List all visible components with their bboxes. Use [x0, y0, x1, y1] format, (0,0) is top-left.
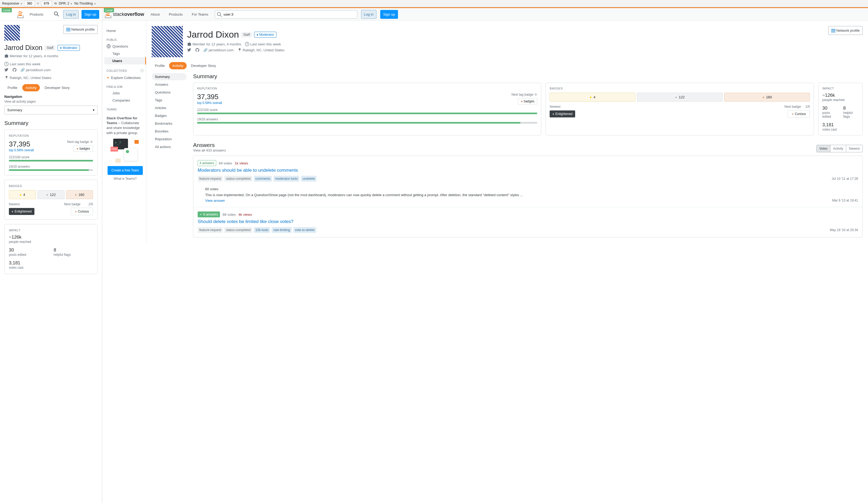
- answer-views: 1k views: [235, 161, 248, 165]
- badges-card: BADGES 4 122 160 Newest Next badge 2/5: [546, 83, 814, 135]
- answer-title-link[interactable]: Moderators should be able to undelete co…: [198, 168, 858, 173]
- next-tag-badge-label: Next tag badge: [512, 93, 537, 96]
- tag[interactable]: feature-request: [198, 227, 223, 233]
- about-link[interactable]: About: [148, 11, 163, 18]
- user-avatar[interactable]: [4, 25, 20, 41]
- network-profile-button[interactable]: Network profile: [63, 25, 97, 34]
- newest-badge[interactable]: Enlightened: [9, 208, 34, 215]
- github-icon: [12, 68, 17, 72]
- next-badge-pill[interactable]: badges: [73, 145, 93, 152]
- mobile-nav-heading: Navigation: [4, 95, 97, 98]
- twitter-link[interactable]: [4, 68, 9, 72]
- filter-votes[interactable]: Votes: [817, 145, 830, 152]
- signup-button[interactable]: Sign up: [82, 10, 99, 19]
- view-answer-link[interactable]: View answer: [205, 199, 225, 202]
- tab-profile[interactable]: Profile: [152, 62, 168, 69]
- subnav-reputation[interactable]: Reputation: [152, 135, 187, 143]
- website-link[interactable]: jarroddixon.com: [20, 68, 51, 72]
- tag[interactable]: status-completed: [224, 227, 252, 233]
- tag[interactable]: feature-request: [198, 176, 223, 182]
- silver-badges[interactable]: 122: [637, 93, 723, 102]
- github-link[interactable]: [12, 68, 17, 72]
- impact-card: IMPACT ~126k people reached 30posts edit…: [818, 83, 862, 135]
- bronze-badges[interactable]: 160: [724, 93, 810, 102]
- sidebar-public-section: PUBLIC: [104, 34, 146, 42]
- subnav-summary[interactable]: Summary: [152, 73, 187, 80]
- stackoverflow-logo-icon[interactable]: [17, 10, 24, 18]
- subnav-bounties[interactable]: Bounties: [152, 128, 187, 135]
- newest-badge[interactable]: Enlightened: [550, 111, 575, 117]
- subnav-answers[interactable]: Answers: [152, 81, 187, 88]
- gear-icon[interactable]: [534, 93, 537, 96]
- tab-activity[interactable]: Activity: [169, 62, 187, 69]
- subnav-badges[interactable]: Badges: [152, 112, 187, 119]
- tag[interactable]: moderator-tools: [273, 176, 299, 182]
- viewport-height-input[interactable]: [41, 1, 52, 6]
- info-icon[interactable]: [141, 68, 144, 73]
- answers-view-all-link[interactable]: View all 433 answers: [193, 148, 226, 153]
- twitter-link[interactable]: [187, 48, 192, 52]
- rotate-icon[interactable]: ⟲: [54, 2, 57, 6]
- answer-date: May 19 '10 at 20:34: [830, 228, 858, 232]
- score-progress: 222/100 score: [9, 155, 93, 161]
- create-team-button[interactable]: Create a free Team: [107, 166, 143, 175]
- viewport-width-input[interactable]: [24, 1, 35, 6]
- sidebar-users[interactable]: Users: [104, 57, 146, 64]
- tab-profile[interactable]: Profile: [4, 84, 21, 91]
- sidebar-companies[interactable]: Companies: [104, 97, 146, 104]
- website-link[interactable]: jarroddixon.com: [203, 48, 234, 52]
- subnav-bookmarks[interactable]: Bookmarks: [152, 120, 187, 127]
- subnav-tags[interactable]: Tags: [152, 96, 187, 104]
- reputation-rank-link[interactable]: top 0.58% overall: [197, 101, 222, 105]
- network-profile-button[interactable]: Network profile: [828, 26, 862, 35]
- silver-badges[interactable]: 122: [38, 190, 64, 199]
- tag[interactable]: 10k-tools: [254, 227, 270, 233]
- login-button[interactable]: Log in: [63, 10, 79, 19]
- tag[interactable]: undelete: [301, 176, 317, 182]
- answer-item: 4 answers 84 votes 1k views Moderators s…: [193, 156, 862, 207]
- throttling-select[interactable]: No Throttling: [74, 2, 95, 6]
- tag[interactable]: status-completed: [224, 176, 252, 182]
- gold-badges[interactable]: 4: [9, 190, 36, 199]
- search-icon[interactable]: [52, 10, 61, 19]
- subnav-questions[interactable]: Questions: [152, 89, 187, 96]
- member-since: Member for 12 years, 4 months: [187, 42, 241, 46]
- filter-newest[interactable]: Newest: [846, 145, 862, 152]
- impact-card: IMPACT ~126kpeople reached 30posts edite…: [4, 224, 97, 274]
- products-link[interactable]: Products: [27, 11, 46, 18]
- signup-button[interactable]: Sign up: [380, 10, 398, 19]
- dpr-select[interactable]: DPR: 2: [59, 2, 72, 6]
- devtools-toolbar: Responsive × ⟲ DPR: 2 No Throttling: [0, 0, 868, 7]
- tab-activity[interactable]: Activity: [22, 84, 40, 91]
- next-badge[interactable]: Curious: [788, 110, 810, 118]
- activity-page-select[interactable]: Summary ▾: [4, 106, 97, 114]
- search-input[interactable]: [215, 10, 358, 19]
- tag[interactable]: comments: [254, 176, 272, 182]
- bronze-badges[interactable]: 160: [66, 190, 93, 199]
- tab-developer-story[interactable]: Developer Story: [41, 84, 73, 91]
- sidebar-home[interactable]: Home: [104, 27, 146, 34]
- next-badge-pill[interactable]: badges: [518, 98, 538, 105]
- filter-activity[interactable]: Activity: [830, 145, 846, 152]
- sidebar-explore-collectives[interactable]: Explore Collectives: [104, 74, 146, 81]
- tag[interactable]: rate-limiting: [271, 227, 291, 233]
- reputation-rank-link[interactable]: top 0.58% overall: [9, 148, 34, 152]
- answer-title-link[interactable]: Should delete votes be limited like clos…: [198, 219, 858, 224]
- user-avatar[interactable]: [152, 26, 183, 57]
- gold-badges[interactable]: 4: [550, 93, 636, 102]
- login-button[interactable]: Log in: [361, 10, 376, 19]
- next-badge[interactable]: Curious: [71, 208, 93, 215]
- tab-developer-story[interactable]: Developer Story: [188, 62, 219, 69]
- what-is-teams-link[interactable]: What is Teams?: [106, 177, 144, 181]
- sidebar-questions[interactable]: Questions: [104, 42, 146, 50]
- products-link[interactable]: Products: [166, 11, 185, 18]
- github-link[interactable]: [195, 48, 199, 52]
- gear-icon[interactable]: [90, 140, 93, 144]
- for-teams-link[interactable]: For Teams: [189, 11, 211, 18]
- tag[interactable]: vote-to-delete: [293, 227, 316, 233]
- subnav-articles[interactable]: Articles: [152, 104, 187, 112]
- sidebar-tags[interactable]: Tags: [104, 50, 146, 57]
- subnav-all-actions[interactable]: All actions: [152, 143, 187, 150]
- sidebar-jobs[interactable]: Jobs: [104, 90, 146, 97]
- responsive-mode-select[interactable]: Responsive: [2, 2, 22, 6]
